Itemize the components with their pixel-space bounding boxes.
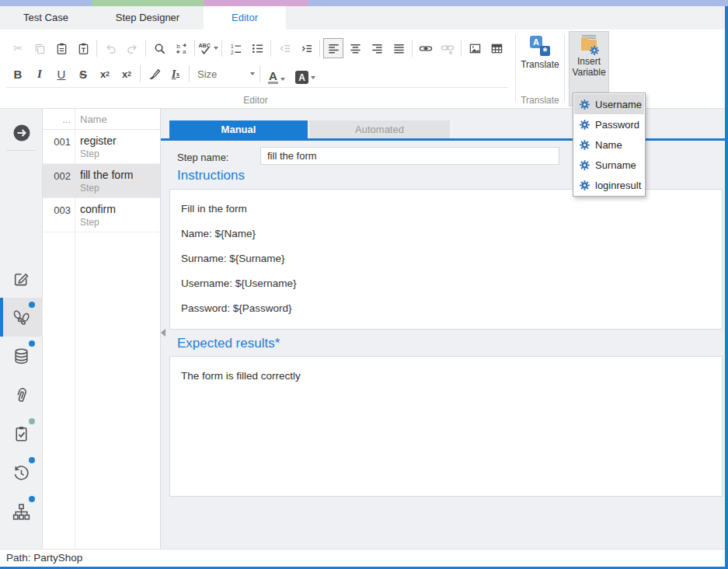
steps-more-column-header[interactable]: ... (43, 113, 71, 125)
toolbar-row-2: B I U S x2 x2 Ix Size A A (8, 64, 321, 84)
clipboard-check-icon (12, 424, 31, 444)
insert-variable-icon (579, 35, 599, 54)
sidebar-item-checklist[interactable] (0, 414, 43, 453)
toolbar-row-1: ✂ b a (8, 38, 508, 58)
database-icon (12, 347, 31, 366)
step-row-003[interactable]: 003 confirm Step (43, 198, 160, 232)
subscript-button[interactable]: x2 (95, 64, 115, 84)
underline-button[interactable]: U (51, 64, 71, 84)
step-row-002[interactable]: 002 fill the form Step (43, 164, 160, 198)
variable-item-label: loginresult (595, 180, 641, 191)
sidebar-item-hierarchy[interactable] (0, 492, 43, 531)
remove-format-button[interactable]: Ix (165, 64, 186, 84)
insert-image-icon[interactable] (465, 38, 485, 58)
bold-button[interactable]: B (8, 64, 28, 84)
tab-automated[interactable]: Automated (309, 120, 450, 138)
text-color-button[interactable]: A (263, 64, 290, 84)
steps-list-panel: ... Name 001 register Step 002 fill the … (43, 109, 161, 549)
strikethrough-button[interactable]: S (73, 64, 93, 84)
cut-glyph: ✂ (13, 42, 23, 54)
background-color-button[interactable]: A (291, 64, 319, 84)
toolbar-separator (319, 40, 320, 57)
paste-text-icon[interactable] (73, 38, 93, 58)
variable-item-label: Username (595, 99, 642, 110)
svg-text:2: 2 (230, 49, 233, 54)
insert-table-icon[interactable] (486, 38, 507, 58)
sidebar-item-data[interactable] (0, 337, 43, 375)
insert-variable-label-1: Insert (577, 56, 601, 67)
insert-variable-dropdown: Username Password Name Surname loginresu… (573, 93, 646, 197)
variable-item-password[interactable]: Password (574, 114, 644, 134)
justify-icon[interactable] (388, 38, 409, 58)
translate-icon: A * (530, 36, 550, 56)
steps-name-column-header[interactable]: Name (80, 113, 107, 125)
subscript-base: x (100, 68, 106, 80)
sitemap-icon (12, 502, 31, 522)
sidebar-item-go[interactable] (0, 113, 43, 152)
tab-editor[interactable]: Editor (204, 6, 286, 30)
instructions-editor[interactable]: Fill in the form Name: ${Name} Surname: … (169, 189, 723, 330)
increase-indent-icon[interactable] (296, 38, 316, 58)
replace-icon[interactable]: b a (171, 38, 191, 58)
undo-icon[interactable] (100, 38, 120, 58)
copy-icon[interactable] (30, 38, 50, 58)
remove-format-x: x (176, 70, 180, 78)
search-icon[interactable] (149, 38, 169, 58)
toolbar-separator (260, 65, 260, 82)
variable-item-surname[interactable]: Surname (574, 155, 644, 175)
step-name: fill the form (80, 169, 133, 181)
stripe-rest (308, 0, 728, 6)
instruction-line: Name: ${Name} (181, 226, 711, 241)
top-tab-bar: Test Case Step Designer Editor (0, 6, 728, 30)
font-size-dropdown[interactable]: Size (193, 65, 258, 83)
history-icon (12, 463, 31, 483)
gear-icon (579, 119, 590, 131)
step-row-001[interactable]: 001 register Step (43, 130, 160, 164)
step-name-input[interactable] (260, 147, 559, 165)
variable-item-username[interactable]: Username (574, 94, 644, 114)
status-path: Path: PartyShop (6, 552, 82, 564)
bulleted-list-icon[interactable] (247, 38, 267, 58)
expected-results-editor[interactable]: The form is filled correctly (169, 356, 723, 497)
align-center-icon[interactable] (345, 38, 365, 58)
collapse-panel-icon[interactable] (161, 329, 165, 337)
format-painter-icon[interactable] (144, 64, 164, 84)
variable-item-loginresult[interactable]: loginresult (574, 175, 644, 195)
tab-test-case[interactable]: Test Case (0, 6, 92, 30)
cut-icon[interactable]: ✂ (8, 38, 28, 58)
redo-icon[interactable] (122, 38, 142, 58)
expected-results-title: Expected results* (177, 336, 280, 351)
numbered-list-icon[interactable]: 1 2 (225, 38, 246, 58)
translate-button[interactable]: A * Translate (518, 36, 562, 70)
paste-icon[interactable] (51, 38, 71, 58)
align-right-icon[interactable] (367, 38, 387, 58)
stripe-editor (204, 0, 308, 6)
edit-icon (12, 269, 31, 288)
italic-button[interactable]: I (30, 64, 50, 84)
left-sidebar (0, 109, 43, 549)
sidebar-item-history[interactable] (0, 453, 43, 492)
step-name-label: Step name: (177, 152, 229, 163)
sidebar-item-steps[interactable] (0, 298, 43, 337)
insert-link-icon[interactable] (416, 38, 436, 58)
insert-variable-label-2: Variable (572, 67, 605, 78)
sidebar-item-edit[interactable] (0, 259, 43, 298)
tab-step-designer[interactable]: Step Designer (92, 6, 204, 30)
toolbar-separator (194, 40, 195, 57)
instructions-title: Instructions (177, 168, 245, 183)
gear-icon (579, 99, 590, 110)
superscript-button[interactable]: x2 (117, 64, 137, 84)
step-name: register (80, 134, 117, 147)
toolbar-separator (461, 40, 462, 57)
decrease-indent-icon[interactable] (274, 38, 294, 58)
editor-group-label: Editor (0, 95, 511, 106)
background-color-letter: A (295, 71, 308, 84)
remove-link-icon[interactable] (437, 38, 458, 58)
tab-manual[interactable]: Manual (169, 120, 308, 138)
align-left-icon[interactable] (323, 38, 343, 58)
gear-icon (579, 139, 590, 151)
superscript-base: x (122, 68, 127, 80)
sidebar-item-attachments[interactable] (0, 375, 43, 414)
spell-check-icon[interactable]: ABC (198, 38, 218, 58)
variable-item-name[interactable]: Name (574, 134, 644, 155)
